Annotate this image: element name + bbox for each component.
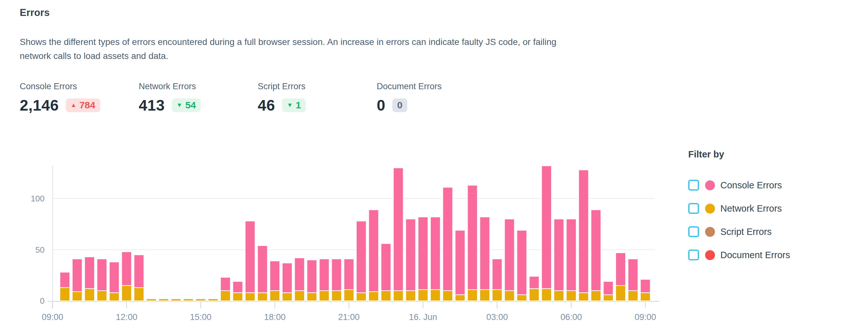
bar-network-00:00[interactable]: [418, 290, 428, 301]
bar-console-00:00[interactable]: [418, 217, 428, 290]
bar-console-06:30[interactable]: [579, 170, 589, 293]
bar-console-02:30[interactable]: [480, 217, 490, 290]
bar-network-21:30[interactable]: [356, 293, 366, 301]
bar-console-05:00[interactable]: [541, 166, 551, 288]
bar-network-16:00[interactable]: [220, 291, 230, 301]
bar-console-11:00[interactable]: [97, 259, 107, 291]
bar-network-17:30[interactable]: [257, 293, 267, 301]
legend-checkbox-network-errors[interactable]: [688, 203, 699, 214]
bar-console-05:30[interactable]: [554, 219, 564, 291]
bar-console-07:00[interactable]: [591, 210, 601, 291]
bar-network-11:00[interactable]: [97, 291, 107, 301]
bar-network-22:30[interactable]: [381, 291, 391, 301]
bar-network-03:00[interactable]: [492, 290, 502, 301]
bar-network-04:30[interactable]: [529, 288, 539, 301]
bar-console-16:30[interactable]: [233, 281, 243, 293]
bar-network-08:30[interactable]: [628, 291, 638, 301]
bar-console-23:30[interactable]: [406, 219, 415, 291]
bar-console-17:30[interactable]: [257, 246, 267, 293]
bar-network-23:00[interactable]: [393, 291, 403, 301]
bar-network-09:00[interactable]: [641, 293, 650, 301]
bar-network-18:00[interactable]: [270, 291, 280, 301]
bar-console-12:00[interactable]: [122, 252, 131, 285]
bar-network-20:00[interactable]: [319, 291, 329, 301]
legend-checkbox-script-errors[interactable]: [688, 226, 699, 237]
bar-network-06:00[interactable]: [566, 291, 576, 301]
bar-network-11:30[interactable]: [110, 293, 119, 301]
y-axis-label-0: 0: [40, 296, 44, 306]
bar-network-10:00[interactable]: [72, 291, 82, 301]
bar-network-02:30[interactable]: [480, 290, 490, 301]
bar-network-20:30[interactable]: [332, 291, 341, 301]
bar-network-19:00[interactable]: [294, 291, 305, 301]
bar-console-08:30[interactable]: [628, 259, 638, 291]
bar-console-18:30[interactable]: [282, 263, 292, 293]
bar-network-15:00[interactable]: [196, 299, 206, 301]
bar-network-04:00[interactable]: [517, 295, 527, 301]
bar-console-02:00[interactable]: [467, 185, 477, 289]
bar-network-16:30[interactable]: [233, 293, 243, 301]
bar-network-10:30[interactable]: [85, 288, 94, 301]
bar-console-20:00[interactable]: [319, 259, 329, 291]
bar-console-10:30[interactable]: [85, 257, 94, 289]
bar-network-13:30[interactable]: [159, 299, 168, 301]
bar-console-06:00[interactable]: [566, 219, 576, 291]
bar-console-09:00[interactable]: [641, 279, 650, 293]
bar-network-13:00[interactable]: [146, 299, 156, 301]
bar-network-07:30[interactable]: [603, 295, 613, 301]
bar-network-05:30[interactable]: [554, 291, 564, 301]
bar-network-23:30[interactable]: [406, 291, 415, 301]
bar-console-00:30[interactable]: [431, 217, 440, 290]
bar-network-21:00[interactable]: [344, 290, 354, 301]
bar-console-19:00[interactable]: [294, 258, 305, 291]
bar-console-11:30[interactable]: [110, 262, 119, 293]
bar-network-06:30[interactable]: [579, 293, 589, 301]
bar-console-12:30[interactable]: [134, 255, 144, 288]
bar-network-19:30[interactable]: [307, 293, 317, 301]
bar-console-18:00[interactable]: [270, 261, 280, 291]
bar-console-22:00[interactable]: [369, 210, 379, 291]
bar-console-23:00[interactable]: [393, 168, 403, 291]
bar-console-08:00[interactable]: [616, 253, 625, 285]
bar-console-16:00[interactable]: [220, 277, 230, 291]
bar-console-04:00[interactable]: [517, 230, 527, 295]
bar-network-08:00[interactable]: [616, 285, 625, 301]
bar-network-03:30[interactable]: [505, 291, 515, 301]
bar-network-18:30[interactable]: [282, 293, 292, 301]
bar-network-00:30[interactable]: [431, 290, 440, 301]
bar-network-15:30[interactable]: [208, 299, 218, 301]
bar-console-07:30[interactable]: [603, 281, 613, 295]
bar-network-07:00[interactable]: [591, 291, 601, 301]
x-axis-label-1500: 15:00: [190, 312, 212, 322]
bar-network-01:00[interactable]: [443, 291, 453, 301]
bar-console-21:30[interactable]: [356, 221, 366, 293]
bar-console-01:00[interactable]: [443, 187, 453, 291]
bar-console-19:30[interactable]: [307, 260, 317, 293]
bar-console-21:00[interactable]: [344, 259, 354, 289]
bar-network-14:30[interactable]: [183, 299, 193, 301]
bar-console-17:00[interactable]: [245, 221, 255, 293]
bar-console-22:30[interactable]: [381, 244, 391, 291]
bar-console-03:30[interactable]: [505, 219, 515, 291]
bar-network-14:00[interactable]: [171, 299, 181, 301]
bar-network-01:30[interactable]: [455, 295, 465, 301]
bar-console-20:30[interactable]: [332, 259, 341, 291]
bar-console-04:30[interactable]: [529, 276, 539, 289]
bar-network-09:30[interactable]: [60, 287, 70, 301]
x-axis-label-0900: 09:00: [634, 312, 656, 322]
bar-console-09:30[interactable]: [60, 272, 70, 287]
legend-checkbox-document-errors[interactable]: [688, 250, 699, 260]
legend-item-label: Network Errors: [720, 203, 782, 214]
bar-console-10:00[interactable]: [72, 259, 82, 291]
bar-console-03:00[interactable]: [492, 259, 502, 289]
bar-network-05:00[interactable]: [541, 288, 551, 301]
bar-network-17:00[interactable]: [245, 293, 255, 301]
bar-network-22:00[interactable]: [369, 291, 379, 301]
bar-console-01:30[interactable]: [455, 230, 465, 295]
bar-network-12:30[interactable]: [134, 287, 144, 301]
legend-checkbox-console-errors[interactable]: [688, 180, 699, 191]
legend-items: Console Errors Network Errors Script Err…: [688, 180, 790, 260]
y-axis-label-100: 100: [31, 194, 44, 203]
bar-network-12:00[interactable]: [122, 285, 131, 301]
bar-network-02:00[interactable]: [467, 290, 477, 301]
